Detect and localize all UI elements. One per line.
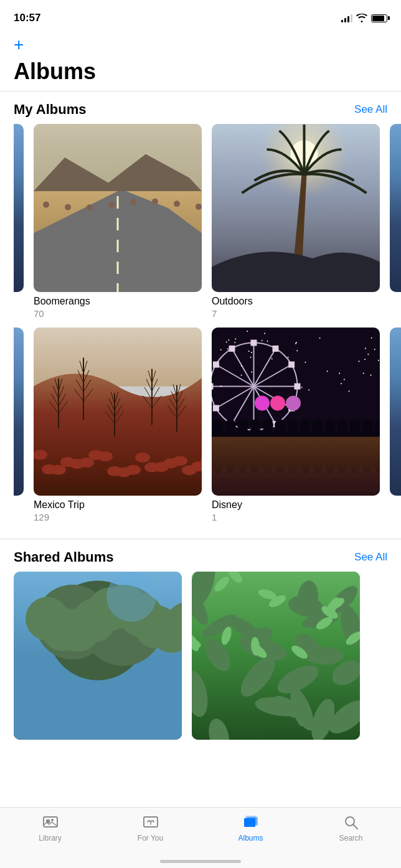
shared-album-thumbnail-2 (192, 572, 360, 740)
shared-album-2[interactable] (192, 572, 360, 740)
tab-for-you-label: For You (138, 834, 163, 842)
shared-album-thumbnail-1 (14, 572, 182, 740)
shared-albums-title: Shared Albums (14, 549, 114, 565)
my-albums-grid: Boomerangs 70 Outdoors 7 (0, 124, 401, 526)
album-partial-right-2[interactable] (390, 328, 401, 522)
svg-rect-7 (244, 818, 255, 827)
my-albums-header: My Albums See All (0, 92, 401, 124)
my-albums-see-all[interactable]: See All (354, 103, 387, 116)
shared-album-1[interactable] (14, 572, 182, 740)
album-mexico-trip[interactable]: Mexico Trip 129 (34, 328, 202, 522)
svg-rect-0 (44, 817, 57, 827)
status-time: 10:57 (14, 12, 40, 24)
my-albums-title: My Albums (14, 101, 87, 118)
tab-search-label: Search (339, 834, 362, 842)
shared-albums-see-all[interactable]: See All (354, 551, 387, 564)
tab-for-you[interactable]: For You (100, 814, 200, 842)
album-disney[interactable]: Disney 1 (212, 328, 380, 522)
album-name-boomerangs: Boomerangs (34, 296, 202, 307)
album-name-mexico: Mexico Trip (34, 499, 202, 511)
library-icon (42, 814, 59, 831)
home-indicator (160, 860, 241, 863)
shared-albums-row (14, 572, 401, 740)
svg-point-2 (51, 819, 54, 821)
tab-library[interactable]: Library (0, 814, 100, 842)
shared-albums-section: Shared Albums See All (0, 539, 401, 743)
shared-albums-grid (0, 572, 401, 743)
signal-icon (341, 14, 352, 22)
shared-albums-header: Shared Albums See All (0, 539, 401, 572)
album-count-disney: 1 (212, 512, 380, 522)
tab-albums-label: Albums (238, 834, 263, 842)
album-name-outdoors: Outdoors (212, 296, 380, 307)
albums-icon (242, 814, 260, 831)
album-count-mexico: 129 (34, 512, 202, 522)
svg-line-9 (353, 825, 357, 829)
album-count-outdoors: 7 (212, 308, 380, 319)
search-icon (342, 814, 360, 831)
albums-row-2: Mexico Trip 129 Disney 1 (14, 328, 401, 522)
album-partial-left-1[interactable] (14, 124, 24, 319)
albums-row-1: Boomerangs 70 Outdoors 7 (14, 124, 401, 319)
tab-library-label: Library (39, 834, 62, 842)
album-name-disney: Disney (212, 499, 380, 511)
tab-albums[interactable]: Albums (200, 814, 301, 842)
album-thumbnail-outdoors (212, 124, 380, 292)
album-boomerangs[interactable]: Boomerangs 70 (34, 124, 202, 319)
wifi-icon (356, 14, 367, 22)
page-title: Albums (0, 56, 401, 91)
status-icons (341, 14, 387, 22)
album-thumbnail-mexico (34, 328, 202, 496)
album-partial-right-1[interactable] (390, 124, 401, 319)
status-bar: 10:57 (0, 0, 401, 31)
add-album-button[interactable]: + (0, 31, 401, 56)
tab-bar: Library For You Albums (0, 807, 401, 868)
album-outdoors[interactable]: Outdoors 7 (212, 124, 380, 319)
album-count-boomerangs: 70 (34, 308, 202, 319)
battery-icon (371, 14, 387, 22)
album-thumbnail-disney (212, 328, 380, 496)
album-thumbnail-boomerangs (34, 124, 202, 292)
for-you-icon (142, 814, 159, 831)
album-partial-left-2[interactable] (14, 328, 24, 522)
tab-search[interactable]: Search (301, 814, 401, 842)
